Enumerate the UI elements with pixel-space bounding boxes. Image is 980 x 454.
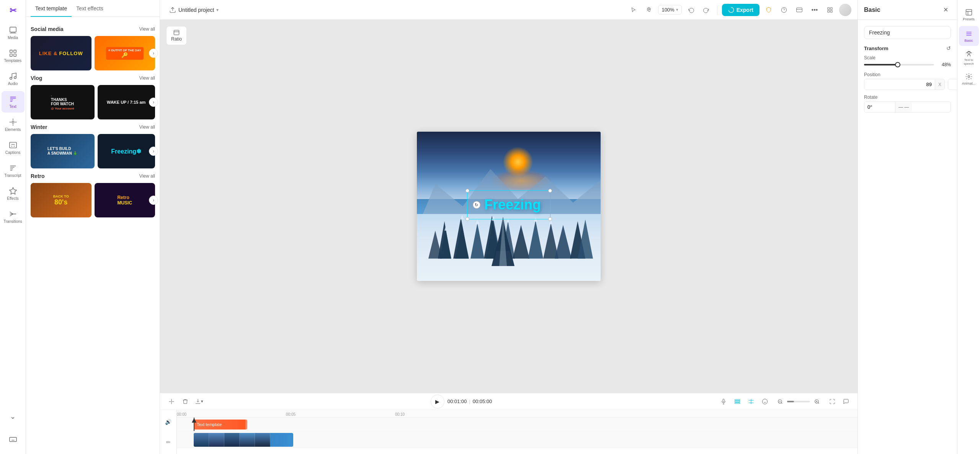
split-tracks-btn[interactable] [746, 396, 756, 407]
template-card-freezing[interactable]: Freezing❄ [98, 134, 155, 168]
social-scroll-right[interactable]: › [149, 49, 158, 58]
select-tool-btn[interactable] [627, 4, 640, 16]
sidebar-item-media[interactable]: Media [2, 22, 24, 44]
view-all-retro[interactable]: View all [139, 173, 155, 179]
svg-rect-0 [10, 27, 16, 32]
captions-icon [9, 141, 17, 149]
sidebar-item-transitions[interactable]: Transitions [2, 206, 24, 227]
sidebar-item-transcript[interactable]: Transcript [2, 160, 24, 181]
zoom-in-btn[interactable] [812, 396, 822, 407]
sidebar-item-audio[interactable]: Audio [2, 68, 24, 90]
vlog-scroll-right[interactable]: › [149, 98, 158, 107]
view-all-social[interactable]: View all [139, 26, 155, 32]
basic-label: Basic [964, 39, 973, 42]
pos-x-label: X [935, 80, 944, 90]
view-all-winter[interactable]: View all [139, 124, 155, 130]
playhead[interactable] [194, 418, 194, 431]
right-panel-close-btn[interactable]: ✕ [940, 5, 951, 15]
undo-btn[interactable] [685, 4, 697, 16]
far-item-animate[interactable]: Animat... [959, 69, 979, 89]
sidebar-item-effects[interactable]: Effects [2, 183, 24, 204]
download-btn[interactable]: ▾ [194, 396, 204, 407]
far-item-presets[interactable]: Presets [959, 5, 979, 24]
transform-reset-btn[interactable]: ↺ [946, 45, 951, 51]
sidebar-item-text[interactable]: Text [2, 91, 24, 113]
sidebar-item-templates[interactable]: Templates [2, 45, 24, 67]
view-all-vlog[interactable]: View all [139, 75, 155, 81]
timeline-zoom-ctrl [775, 396, 822, 407]
scale-slider-row: 48% [864, 62, 951, 67]
more-btn[interactable]: ••• [808, 4, 821, 16]
multi-track-btn[interactable] [732, 396, 743, 407]
template-card-like-follow[interactable]: LIKE & FOLLOW [31, 36, 91, 70]
rotate-label: Rotate [864, 95, 951, 100]
sidebar-item-captions[interactable]: Captions [2, 137, 24, 158]
rotate-link-btn[interactable]: — — [895, 102, 912, 112]
position-y-input: Y [948, 79, 957, 90]
rotate-value[interactable] [864, 102, 895, 112]
tab-text-effects[interactable]: Text effects [72, 0, 108, 17]
video-track-clip[interactable] [194, 433, 293, 447]
winter-scroll-right[interactable]: › [149, 147, 158, 156]
svg-rect-13 [828, 10, 830, 12]
shield-btn[interactable] [763, 4, 775, 16]
fullscreen-btn[interactable] [827, 396, 838, 407]
template-card-wakeup[interactable]: WAKE UP / 7:15 am [98, 85, 155, 119]
play-icon: ▶ [435, 398, 439, 405]
user-avatar[interactable] [839, 4, 851, 16]
handle-tl[interactable] [466, 189, 469, 193]
track-icon-edit[interactable]: ✏ [166, 439, 171, 445]
trees-svg [417, 176, 601, 266]
text-track-clip[interactable]: Text template [194, 420, 247, 430]
comment-btn[interactable] [841, 396, 851, 407]
scale-slider-track[interactable] [864, 64, 934, 65]
rotate-property: Rotate — — [864, 95, 951, 113]
template-card-back80[interactable]: BACK TO 80's [31, 183, 91, 217]
emoji-btn[interactable] [760, 396, 770, 407]
template-card-snowman[interactable]: LET'S BUILDA SNOWMAN 🎄 [31, 134, 95, 168]
text-content-input[interactable] [864, 26, 951, 39]
zoom-control[interactable]: 100% ▾ [658, 5, 681, 15]
pos-y-field[interactable]: Y [948, 79, 957, 90]
scale-slider-thumb[interactable] [895, 62, 900, 67]
delete-btn[interactable] [180, 396, 191, 407]
pos-x-field[interactable]: X [864, 79, 945, 90]
sidebar-nav: ✂ Media Templates Audio Text Elements [0, 0, 26, 454]
redo-btn[interactable] [700, 4, 712, 16]
svg-marker-32 [475, 220, 480, 224]
billing-btn[interactable] [793, 4, 805, 16]
rotate-handle[interactable]: ↻ [473, 201, 480, 209]
handle-tr[interactable] [548, 189, 552, 193]
retro-scroll-right[interactable]: › [149, 196, 158, 205]
svg-marker-20 [428, 230, 442, 258]
sidebar-item-keyboard[interactable] [2, 429, 24, 450]
handle-br[interactable] [548, 217, 552, 221]
tab-text-template[interactable]: Text template [31, 0, 72, 17]
export-btn[interactable]: Export [722, 4, 760, 16]
template-card-outfit[interactable]: # OUTFIT OF THE DAY 🔑 [95, 36, 155, 70]
template-card-retro-music[interactable]: Retro MUSIC [95, 183, 155, 217]
far-item-tts[interactable]: Text to speech [959, 47, 979, 67]
play-btn[interactable]: ▶ [431, 395, 444, 408]
track-icon-volume[interactable]: 🔊 [165, 419, 172, 425]
ratio-btn[interactable]: Ratio [166, 26, 187, 45]
template-card-thanks[interactable]: - THANKSFOR WATCH @ Your account [31, 85, 95, 119]
layout-btn[interactable] [824, 4, 836, 16]
mic-btn[interactable] [718, 396, 729, 407]
text-icon [9, 95, 17, 103]
timeline-zoom-slider[interactable] [787, 401, 810, 402]
elements-label: Elements [5, 127, 21, 132]
split-btn[interactable] [166, 396, 177, 407]
pos-x-value[interactable] [864, 79, 935, 90]
far-item-basic[interactable]: Basic [959, 26, 979, 46]
text-selection-box[interactable]: ↻ Freezing [467, 190, 550, 219]
hand-tool-btn[interactable] [643, 4, 655, 16]
sidebar-item-expand[interactable]: ⌄ [2, 406, 24, 427]
pos-y-value[interactable] [948, 79, 957, 90]
zoom-out-btn[interactable] [775, 396, 786, 407]
handle-bl[interactable] [466, 217, 469, 221]
help-btn[interactable] [778, 4, 790, 16]
sidebar-item-elements[interactable]: Elements [2, 114, 24, 136]
far-right-panel: Presets Basic Text to speech Animat... [957, 0, 980, 454]
project-name[interactable]: Untitled project ▾ [166, 5, 222, 15]
